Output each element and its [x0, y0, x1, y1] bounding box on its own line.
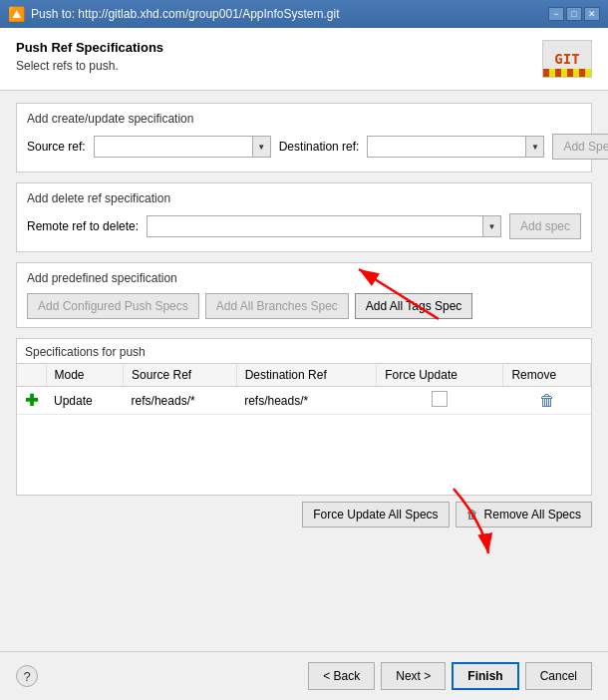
dest-ref-label: Destination ref:	[279, 140, 360, 154]
minimize-button[interactable]: −	[548, 7, 564, 21]
create-update-form-row: Source ref: ▼ Destination ref: ▼ Add S	[27, 134, 581, 160]
remove-all-icon: 🗑	[466, 508, 478, 522]
remote-ref-dropdown-arrow[interactable]: ▼	[483, 215, 501, 237]
title-bar-title: Push to: http://gitlab.xhd.com/group001/…	[31, 7, 340, 21]
table-row: ✚ Update refs/heads/* refs/heads/* 🗑	[17, 387, 591, 415]
maximize-button[interactable]: □	[566, 7, 582, 21]
row-source-ref: refs/heads/*	[124, 387, 237, 415]
dialog-header: Push Ref Specifications Select refs to p…	[0, 28, 608, 91]
dialog: Push Ref Specifications Select refs to p…	[0, 28, 608, 700]
row-force-update[interactable]	[377, 387, 503, 415]
specs-table-wrapper: Specifications for push Mode Source Ref …	[16, 338, 592, 496]
predefined-buttons: Add Configured Push Specs Add All Branch…	[27, 293, 581, 319]
dest-ref-combo[interactable]: ▼	[367, 136, 544, 158]
window-icon: 🔼	[8, 6, 25, 22]
footer-right: < Back Next > Finish Cancel	[308, 662, 592, 690]
dest-ref-input[interactable]	[367, 136, 526, 158]
add-delete-spec-button[interactable]: Add spec	[509, 213, 581, 239]
remove-all-specs-button[interactable]: 🗑 Remove All Specs	[456, 502, 592, 527]
delete-ref-form-row: Remote ref to delete: ▼ Add spec	[27, 213, 581, 239]
delete-ref-section: Add delete ref specification Remote ref …	[16, 182, 592, 252]
source-ref-combo[interactable]: ▼	[94, 136, 271, 158]
force-update-all-specs-button[interactable]: Force Update All Specs	[302, 502, 449, 527]
col-mode-label: Mode	[46, 364, 124, 387]
remote-ref-combo[interactable]: ▼	[147, 215, 501, 237]
row-mode-icon: ✚	[17, 387, 46, 415]
close-button[interactable]: ✕	[584, 7, 600, 21]
create-update-section: Add create/update specification Source r…	[16, 103, 592, 173]
delete-ref-title: Add delete ref specification	[27, 191, 581, 205]
title-bar-controls: − □ ✕	[548, 7, 600, 21]
git-logo: GIT	[542, 40, 592, 78]
source-ref-input[interactable]	[94, 136, 253, 158]
add-all-branches-spec-button[interactable]: Add All Branches Spec	[205, 293, 349, 319]
row-mode: Update	[46, 387, 124, 415]
specs-for-push-section: Specifications for push Mode Source Ref …	[16, 338, 592, 527]
col-dest-ref: Destination Ref	[236, 364, 377, 387]
specs-action-buttons: Force Update All Specs 🗑 Remove All Spec…	[16, 502, 592, 527]
col-force-update: Force Update	[377, 364, 503, 387]
table-header-row: Mode Source Ref Destination Ref Force Up…	[17, 364, 591, 387]
cancel-button[interactable]: Cancel	[525, 662, 592, 690]
table-empty-space	[17, 415, 591, 495]
create-update-title: Add create/update specification	[27, 112, 581, 126]
remote-ref-label: Remote ref to delete:	[27, 219, 139, 233]
add-configured-push-specs-button[interactable]: Add Configured Push Specs	[27, 293, 199, 319]
col-mode	[17, 364, 46, 387]
force-update-checkbox[interactable]	[432, 391, 448, 407]
footer-left: ?	[16, 665, 38, 687]
row-remove[interactable]: 🗑	[503, 387, 591, 415]
back-button[interactable]: < Back	[308, 662, 375, 690]
source-ref-label: Source ref:	[27, 140, 86, 154]
dialog-header-text: Push Ref Specifications Select refs to p…	[16, 40, 163, 73]
help-button[interactable]: ?	[16, 665, 38, 687]
dest-ref-dropdown-arrow[interactable]: ▼	[526, 136, 544, 158]
next-button[interactable]: Next >	[381, 662, 446, 690]
col-source-ref: Source Ref	[124, 364, 237, 387]
content-wrapper: Add create/update specification Source r…	[0, 91, 608, 651]
add-all-tags-spec-button[interactable]: Add All Tags Spec	[355, 293, 473, 319]
dialog-title: Push Ref Specifications	[16, 40, 163, 55]
specs-section-title: Specifications for push	[17, 339, 591, 363]
dialog-content: Add create/update specification Source r…	[0, 91, 608, 651]
title-bar: 🔼 Push to: http://gitlab.xhd.com/group00…	[0, 0, 608, 28]
add-spec-button[interactable]: Add Spec	[552, 134, 608, 160]
col-remove: Remove	[503, 364, 591, 387]
row-dest-ref: refs/heads/*	[236, 387, 377, 415]
remote-ref-input[interactable]	[147, 215, 483, 237]
remove-icon[interactable]: 🗑	[539, 392, 555, 409]
source-ref-dropdown-arrow[interactable]: ▼	[253, 136, 271, 158]
specs-table: Mode Source Ref Destination Ref Force Up…	[17, 363, 591, 415]
dialog-subtitle: Select refs to push.	[16, 59, 163, 73]
predefined-section: Add predefined specification Add Configu…	[16, 262, 592, 328]
dialog-footer: ? < Back Next > Finish Cancel	[0, 651, 608, 700]
predefined-title: Add predefined specification	[27, 271, 581, 285]
finish-button[interactable]: Finish	[452, 662, 518, 690]
